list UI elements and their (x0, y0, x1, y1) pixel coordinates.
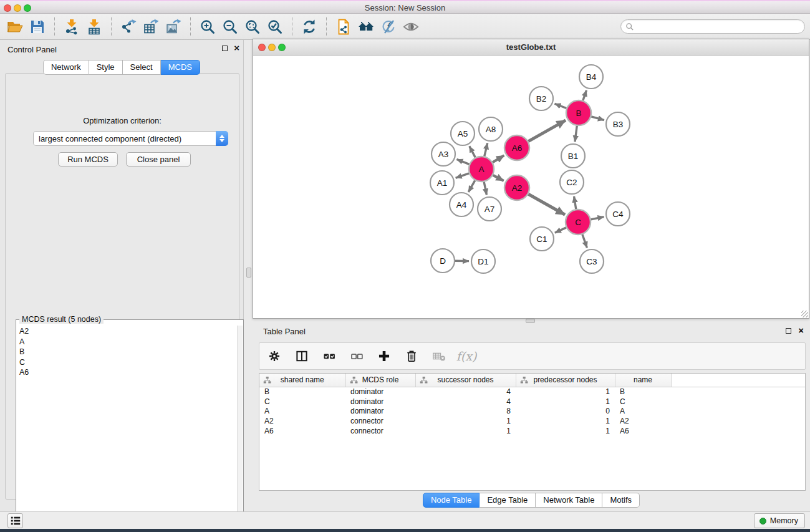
tab-select[interactable]: Select (123, 60, 161, 75)
column-header-name[interactable]: name (615, 374, 671, 387)
mcds-result-group: MCDS result (5 nodes) A2ABCA6 (16, 319, 244, 530)
memory-label: Memory (770, 516, 798, 525)
graph-edge-B-B2[interactable] (554, 104, 566, 108)
deselect-all-button[interactable] (348, 347, 365, 365)
trash-icon (405, 349, 418, 363)
graph-node-label: A (478, 165, 484, 174)
show-columns-button[interactable] (293, 347, 311, 365)
import-network-button[interactable] (60, 16, 83, 37)
table-row[interactable]: A6connector11A6 (259, 426, 805, 436)
network-from-file-button[interactable] (332, 16, 355, 37)
graph-edge-A-A4[interactable] (468, 180, 475, 192)
column-header-MCDS-role[interactable]: MCDS role (345, 374, 415, 387)
mcds-result-item[interactable]: A (17, 337, 236, 347)
column-header-predecessor-nodes[interactable]: predecessor nodes (516, 374, 615, 387)
graphics-details-button[interactable] (400, 16, 422, 37)
vertical-splitter-grip[interactable] (246, 268, 251, 278)
column-header-shared-name[interactable]: shared name (259, 374, 345, 387)
table-panel-title: Table Panel (263, 327, 306, 336)
mcds-result-item[interactable]: A2 (17, 326, 236, 337)
tab-node-table[interactable]: Node Table (423, 493, 480, 508)
graph-edge-C-C3[interactable] (582, 235, 587, 248)
window-resize-grip[interactable] (801, 311, 808, 317)
mcds-result-item[interactable]: A6 (17, 367, 236, 378)
graph-edge-C-C2[interactable] (574, 196, 576, 210)
column-header-successor-nodes[interactable]: successor nodes (415, 374, 516, 387)
graph-edge-A-A3[interactable] (456, 159, 469, 164)
open-session-button[interactable] (4, 16, 26, 37)
network-canvas[interactable]: B4B2BB3A8A5A6A3B1AC2A1A2A4A7C4CC1DD1C3 (253, 56, 809, 318)
graph-edge-A6-B[interactable] (528, 120, 566, 142)
graph-edge-C-C4[interactable] (591, 217, 604, 220)
table-row[interactable]: Cdominator41C (259, 397, 805, 407)
save-session-button[interactable] (26, 16, 49, 37)
table-delete-icon (432, 349, 446, 363)
graph-edge-B-B1[interactable] (575, 126, 577, 142)
task-history-button[interactable] (7, 513, 23, 528)
table-row[interactable]: Adominator80A (259, 406, 805, 416)
graph-edge-A-A2[interactable] (493, 175, 504, 181)
doc-network-icon (335, 19, 352, 35)
graph-edge-B-B3[interactable] (591, 117, 604, 120)
fn-slash-icon: f (380, 19, 397, 35)
toggle-labels-button[interactable]: f (377, 16, 400, 37)
add-row-button[interactable] (375, 347, 393, 365)
tab-edge-table[interactable]: Edge Table (480, 493, 536, 508)
graph-edge-A-A8[interactable] (485, 143, 488, 156)
float-panel-icon[interactable] (222, 46, 228, 51)
import-table-button[interactable] (83, 16, 105, 37)
graph-node-label: A8 (486, 125, 496, 134)
export-table-button[interactable] (140, 16, 162, 37)
memory-status-icon (759, 518, 766, 525)
graph-edge-C-C1[interactable] (555, 228, 566, 233)
table-cell: C (615, 397, 671, 407)
close-panel-button[interactable]: Close panel (126, 152, 191, 167)
zoom-fit-button[interactable] (241, 16, 264, 37)
search-input[interactable] (620, 19, 805, 34)
graph-edge-A-A7[interactable] (484, 182, 486, 195)
close-table-panel-icon[interactable]: × (798, 327, 804, 334)
graph-node-label: C3 (586, 257, 597, 266)
control-panel-tabs: NetworkStyleSelectMCDS (0, 60, 243, 75)
refresh-layout-button[interactable] (298, 16, 321, 37)
table-row[interactable]: A2connector11A2 (259, 416, 805, 426)
mcds-result-item[interactable]: B (17, 347, 236, 357)
tab-style[interactable]: Style (89, 60, 123, 75)
graph-edge-A-A6[interactable] (493, 155, 504, 162)
delete-row-button[interactable] (403, 347, 420, 365)
zoom-out-button[interactable] (219, 16, 241, 37)
select-all-button[interactable] (321, 347, 338, 365)
close-panel-icon[interactable]: × (234, 45, 239, 51)
float-table-panel-icon[interactable] (786, 328, 791, 334)
graph-node-label: A3 (438, 150, 449, 159)
tab-network-table[interactable]: Network Table (536, 493, 602, 508)
graph-edge-A-A1[interactable] (456, 173, 469, 178)
export-network-button[interactable] (117, 16, 140, 37)
table-cell: connector (345, 416, 415, 426)
graph-node-label: B3 (613, 120, 624, 129)
network-window-titlebar: testGlobe.txt (253, 39, 809, 56)
graph-edge-A-A5[interactable] (470, 146, 476, 157)
home-layout-button[interactable] (355, 16, 377, 37)
tab-network[interactable]: Network (43, 60, 89, 75)
memory-button[interactable]: Memory (754, 513, 805, 528)
graph-node-label: B1 (568, 152, 579, 161)
zoom-in-button[interactable] (196, 16, 219, 37)
run-mcds-button[interactable]: Run MCDS (58, 152, 118, 167)
graph-node-label: C1 (536, 235, 547, 244)
table-settings-button[interactable] (266, 347, 283, 365)
graph-edge-B-B4[interactable] (583, 90, 587, 100)
gear-icon (268, 349, 281, 363)
result-scrollbar[interactable] (237, 326, 243, 528)
table-row[interactable]: Bdominator41B (259, 387, 805, 397)
network-view-window: testGlobe.txt B4B2BB3A8A5A6A3B1AC2A1A2A4… (253, 39, 809, 319)
table-cell: 1 (415, 426, 516, 436)
mcds-result-item[interactable]: C (17, 357, 236, 368)
criterion-dropdown[interactable]: largest connected component (directed) (33, 131, 228, 146)
horizontal-splitter-grip[interactable] (526, 319, 535, 323)
zoom-selected-button[interactable] (264, 16, 286, 37)
tab-motifs[interactable]: Motifs (602, 493, 640, 508)
graph-edge-A2-C[interactable] (528, 194, 565, 215)
tab-mcds[interactable]: MCDS (161, 60, 200, 75)
export-image-button[interactable] (162, 16, 185, 37)
